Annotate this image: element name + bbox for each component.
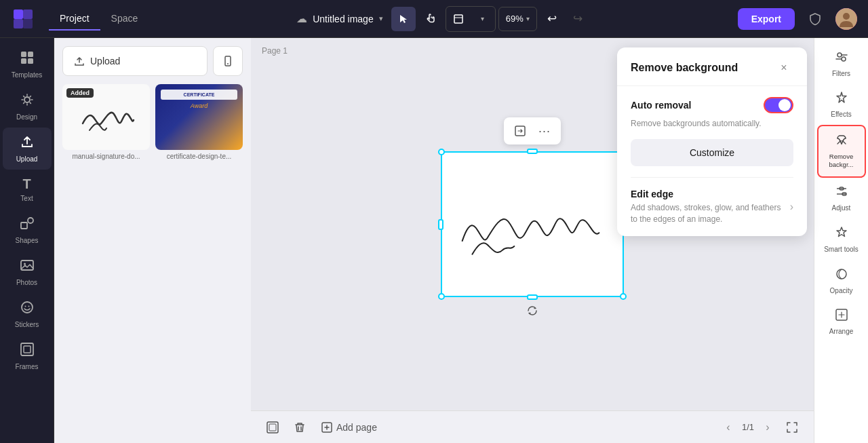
next-page-btn[interactable]: › (760, 419, 776, 436)
upload-thumbnail-1[interactable]: Added (62, 84, 150, 150)
undo-btn[interactable]: ↩ (540, 7, 564, 31)
upload-label: Upload (16, 155, 38, 163)
topbar-tabs: Project Space (49, 7, 149, 31)
auto-removal-desc: Remove backgrounds automatically. (631, 119, 793, 128)
right-item-smart-tools[interactable]: Smart tools (817, 218, 866, 261)
sidebar-item-stickers[interactable]: Stickers (3, 293, 52, 335)
remove-bg-icon (835, 133, 848, 150)
mobile-upload-btn[interactable] (213, 46, 243, 76)
handle-top-left[interactable] (438, 149, 445, 155)
svg-rect-13 (21, 223, 27, 229)
arrange-icon (835, 308, 848, 325)
redo-btn[interactable]: ↪ (566, 7, 590, 31)
panel-body: Auto removal Remove backgrounds automati… (617, 86, 807, 236)
handle-bottom-left[interactable] (438, 293, 445, 300)
more-options-btn[interactable]: ··· (535, 121, 554, 140)
svg-point-12 (24, 97, 30, 102)
shield-icon-btn[interactable] (803, 7, 827, 31)
replace-btn[interactable] (511, 121, 530, 140)
page-thumbnail-btn[interactable] (262, 417, 283, 438)
opacity-label: Opacity (830, 287, 853, 294)
sidebar-item-shapes[interactable]: Shapes (3, 209, 52, 251)
sidebar-item-photos[interactable]: Photos (3, 251, 52, 293)
bottom-right: ‹ 1/1 › (720, 417, 803, 438)
zoom-chevron-icon: ▾ (526, 15, 530, 22)
user-avatar[interactable] (835, 8, 857, 30)
handle-bottom-right[interactable] (620, 293, 627, 300)
canvas-frame[interactable] (441, 151, 624, 297)
sidebar-item-text[interactable]: T Text (3, 170, 52, 209)
upload-thumbnail-2[interactable]: CERTIFICATE Award (155, 84, 243, 150)
sidebar-item-upload[interactable]: Upload (3, 128, 52, 170)
cloud-icon: ☁ (296, 12, 307, 25)
svg-rect-15 (21, 261, 33, 270)
right-item-opacity[interactable]: Opacity (817, 261, 866, 301)
svg-rect-25 (267, 422, 278, 433)
layout-chevron-btn[interactable]: ▾ (471, 7, 495, 31)
opacity-icon (835, 267, 848, 284)
upload-button[interactable]: Upload (62, 46, 208, 76)
svg-rect-20 (21, 343, 33, 355)
upload-btn-row: Upload (62, 46, 243, 76)
rotate-handle[interactable] (526, 304, 539, 317)
svg-point-29 (842, 57, 846, 61)
photos-label: Photos (16, 279, 37, 286)
logo[interactable] (11, 7, 35, 31)
handle-middle-left[interactable] (438, 219, 443, 230)
panel-close-btn[interactable]: × (774, 58, 793, 77)
list-item[interactable]: Added manual-signature-do... (62, 84, 150, 160)
templates-label: Templates (12, 71, 43, 79)
svg-rect-4 (454, 15, 462, 23)
right-item-remove-bg[interactable]: Removebackgr... (817, 125, 866, 178)
prev-page-btn[interactable]: ‹ (720, 419, 736, 436)
layout-tool-btn[interactable] (446, 7, 471, 31)
smart-tools-label: Smart tools (824, 245, 859, 254)
fullscreen-btn[interactable] (781, 417, 803, 438)
add-page-btn[interactable]: Add page (316, 417, 382, 438)
export-button[interactable]: Export (738, 8, 795, 30)
right-item-arrange[interactable]: Arrange (817, 301, 866, 342)
file-info[interactable]: ☁ Untitled image ▾ (296, 12, 383, 25)
page-label: Page 1 (262, 46, 288, 56)
upload-btn-label: Upload (90, 56, 120, 66)
edit-edge-row[interactable]: Edit edge Add shadows, strokes, glow, an… (631, 189, 793, 225)
svg-point-28 (837, 53, 842, 57)
svg-rect-21 (24, 346, 31, 353)
shapes-icon (20, 216, 35, 234)
design-icon (20, 92, 35, 111)
delete-page-btn[interactable] (289, 417, 311, 438)
right-item-filters[interactable]: Filters (817, 43, 866, 84)
sidebar-item-frames[interactable]: Frames (3, 335, 52, 377)
hand-tool-btn[interactable] (418, 7, 443, 31)
svg-point-18 (24, 306, 26, 307)
svg-point-7 (843, 13, 850, 20)
topbar-center: ☁ Untitled image ▾ (157, 6, 729, 32)
right-item-effects[interactable]: Effects (817, 84, 866, 125)
photos-icon (20, 258, 35, 276)
handle-top-center[interactable] (527, 149, 538, 154)
svg-point-19 (28, 306, 29, 307)
zoom-control[interactable]: 69% ▾ (498, 7, 537, 31)
topbar: Project Space ☁ Untitled image ▾ (0, 0, 868, 38)
effects-label: Effects (831, 111, 851, 118)
file-chevron-icon: ▾ (379, 14, 383, 23)
svg-point-16 (24, 263, 26, 265)
edit-edge-chevron-icon: › (790, 201, 793, 213)
customize-button[interactable]: Customize (631, 139, 793, 166)
upload-icon (20, 134, 35, 153)
select-tool-btn[interactable] (391, 7, 416, 31)
handle-bottom-center[interactable] (527, 294, 538, 300)
stickers-label: Stickers (15, 321, 39, 328)
list-item[interactable]: CERTIFICATE Award certificate-design-te.… (155, 84, 243, 160)
tab-space[interactable]: Space (100, 7, 149, 31)
sidebar-item-design[interactable]: Design (3, 85, 52, 128)
text-label: Text (20, 195, 33, 202)
panel-header: Remove background × (617, 47, 807, 86)
sidebar-item-templates[interactable]: Templates (3, 43, 52, 85)
add-page-label: Add page (336, 422, 377, 433)
tab-project[interactable]: Project (49, 7, 100, 31)
context-toolbar: ··· (504, 117, 561, 145)
bottom-bar: Add page ‹ 1/1 › (251, 410, 814, 443)
right-item-adjust[interactable]: Adjust (817, 178, 866, 218)
auto-removal-toggle[interactable] (764, 97, 793, 113)
